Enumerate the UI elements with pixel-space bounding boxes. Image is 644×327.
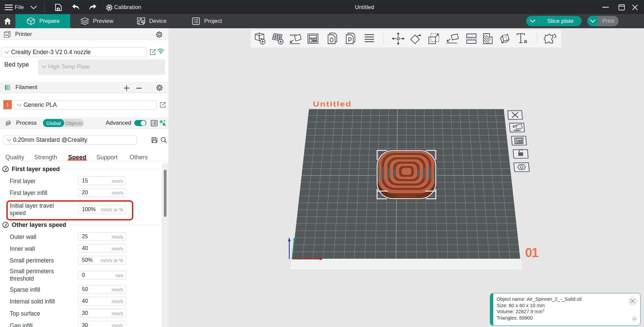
svg-text:a: a [524, 38, 527, 44]
svg-text:AUTO: AUTO [290, 34, 296, 36]
svg-text:AUTO: AUTO [513, 125, 518, 127]
